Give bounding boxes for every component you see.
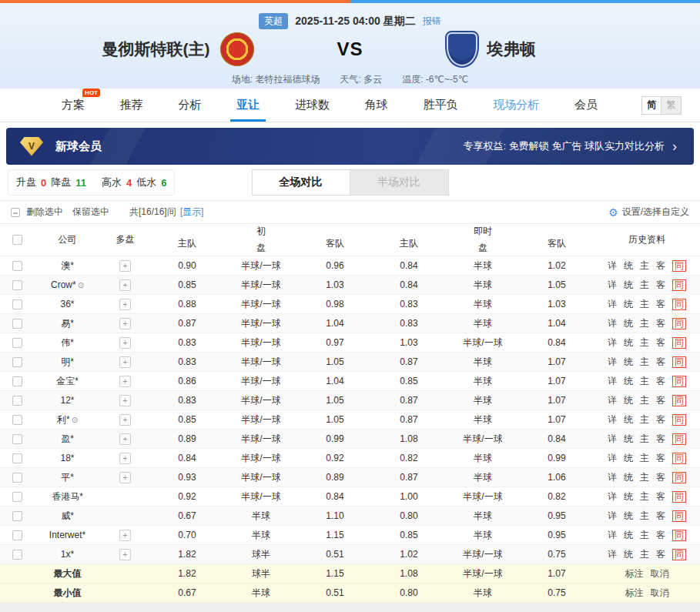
history-link[interactable]: 详: [608, 471, 617, 484]
summary-link[interactable]: 取消: [651, 567, 669, 580]
history-link[interactable]: 统: [624, 510, 633, 523]
row-checkbox[interactable]: [12, 319, 22, 329]
multi-odds-button[interactable]: +: [119, 453, 131, 464]
company-name[interactable]: 明*: [61, 356, 74, 369]
history-link[interactable]: 客: [656, 510, 665, 523]
history-link[interactable]: 详: [608, 375, 617, 388]
history-link[interactable]: 详: [608, 452, 617, 465]
company-name[interactable]: 利*: [57, 413, 70, 426]
company-name[interactable]: 易*: [61, 317, 74, 330]
history-link[interactable]: 统: [624, 259, 633, 273]
keep-selected-button[interactable]: 保留选中: [72, 206, 109, 219]
history-link[interactable]: 主: [640, 433, 649, 446]
row-checkbox[interactable]: [12, 550, 22, 560]
history-link[interactable]: 主: [640, 413, 649, 426]
row-checkbox[interactable]: [12, 473, 22, 483]
history-link[interactable]: 统: [624, 452, 633, 465]
history-link[interactable]: 客: [656, 375, 665, 388]
row-checkbox[interactable]: [12, 338, 22, 348]
history-link[interactable]: 主: [640, 317, 649, 330]
company-name[interactable]: 平*: [61, 471, 74, 484]
history-link[interactable]: 统: [624, 490, 633, 503]
history-link[interactable]: 客: [656, 490, 665, 503]
same-odds-link[interactable]: 同: [672, 279, 686, 291]
history-link[interactable]: 客: [656, 471, 665, 484]
tab-1x2[interactable]: 胜平负: [422, 89, 460, 121]
row-checkbox[interactable]: [12, 376, 22, 386]
same-odds-link[interactable]: 同: [672, 433, 686, 445]
tab-asian-handicap[interactable]: 亚让: [235, 89, 261, 121]
history-link[interactable]: 客: [656, 279, 665, 292]
company-name[interactable]: 香港马*: [52, 490, 83, 503]
history-link[interactable]: 详: [608, 548, 617, 561]
company-name[interactable]: 金宝*: [56, 375, 79, 388]
history-link[interactable]: 统: [624, 317, 633, 330]
company-name[interactable]: 1x*: [61, 549, 74, 560]
tab-goals[interactable]: 进球数: [293, 89, 331, 121]
history-link[interactable]: 主: [640, 529, 649, 542]
same-odds-link[interactable]: 同: [672, 299, 686, 310]
history-link[interactable]: 详: [608, 279, 617, 292]
company-name[interactable]: 盈*: [61, 433, 74, 446]
history-link[interactable]: 客: [656, 413, 665, 426]
settings-button[interactable]: ⚙ 设置/选择自定义: [608, 206, 689, 219]
row-checkbox[interactable]: [12, 530, 22, 540]
company-name[interactable]: Interwet*: [49, 530, 85, 540]
multi-odds-button[interactable]: +: [119, 549, 131, 560]
same-odds-link[interactable]: 同: [672, 472, 686, 483]
multi-odds-button[interactable]: +: [119, 376, 131, 387]
history-link[interactable]: 主: [640, 452, 649, 465]
same-odds-link[interactable]: 同: [672, 318, 686, 329]
history-link[interactable]: 主: [640, 298, 649, 311]
multi-odds-button[interactable]: +: [119, 279, 131, 291]
row-checkbox[interactable]: [12, 396, 22, 406]
summary-link[interactable]: 标注: [625, 587, 644, 600]
row-checkbox[interactable]: [12, 261, 22, 271]
multi-odds-button[interactable]: +: [119, 299, 131, 310]
history-link[interactable]: 详: [608, 298, 617, 311]
history-link[interactable]: 统: [624, 375, 633, 388]
multi-odds-button[interactable]: +: [119, 337, 131, 349]
row-checkbox[interactable]: [12, 492, 22, 502]
same-odds-link[interactable]: 同: [672, 530, 686, 541]
history-link[interactable]: 详: [608, 510, 617, 523]
same-odds-link[interactable]: 同: [672, 395, 686, 406]
same-odds-link[interactable]: 同: [672, 337, 686, 349]
half-match-tab[interactable]: 半场对比: [350, 169, 449, 196]
tab-live-analysis[interactable]: 现场分析: [491, 89, 541, 121]
lang-traditional-button[interactable]: 繁: [661, 96, 682, 115]
history-link[interactable]: 详: [608, 356, 617, 369]
history-link[interactable]: 主: [640, 279, 649, 292]
history-link[interactable]: 主: [640, 336, 649, 349]
history-link[interactable]: 统: [624, 433, 633, 446]
history-link[interactable]: 主: [640, 356, 649, 369]
history-link[interactable]: 详: [608, 336, 617, 349]
history-link[interactable]: 客: [656, 529, 665, 542]
select-all-checkbox[interactable]: [12, 235, 22, 245]
history-link[interactable]: 统: [624, 394, 633, 407]
same-odds-link[interactable]: 同: [672, 356, 686, 368]
same-odds-link[interactable]: 同: [672, 376, 686, 387]
history-link[interactable]: 统: [624, 471, 633, 484]
tab-recommend[interactable]: 推荐: [119, 89, 145, 121]
same-odds-link[interactable]: 同: [672, 491, 686, 503]
row-checkbox[interactable]: [12, 415, 22, 425]
company-name[interactable]: 18*: [60, 453, 74, 463]
show-link[interactable]: [显示]: [180, 206, 204, 219]
row-checkbox[interactable]: [12, 453, 22, 463]
history-link[interactable]: 详: [608, 490, 617, 503]
same-odds-link[interactable]: 同: [672, 414, 686, 426]
same-odds-link[interactable]: 同: [672, 453, 686, 464]
history-link[interactable]: 主: [640, 259, 649, 273]
history-link[interactable]: 客: [656, 356, 665, 369]
multi-odds-button[interactable]: +: [119, 395, 131, 406]
row-checkbox[interactable]: [12, 280, 22, 290]
tab-corners[interactable]: 角球: [363, 89, 390, 121]
history-link[interactable]: 统: [624, 413, 633, 426]
company-name[interactable]: 伟*: [61, 336, 74, 349]
vip-banner[interactable]: V 新球会员 专享权益: 免费解锁 免广告 球队实力对比分析 ›: [6, 128, 694, 165]
history-link[interactable]: 详: [608, 413, 617, 426]
history-link[interactable]: 主: [640, 394, 649, 407]
summary-link[interactable]: 标注: [625, 567, 644, 580]
delete-selected-button[interactable]: 删除选中: [26, 206, 63, 219]
